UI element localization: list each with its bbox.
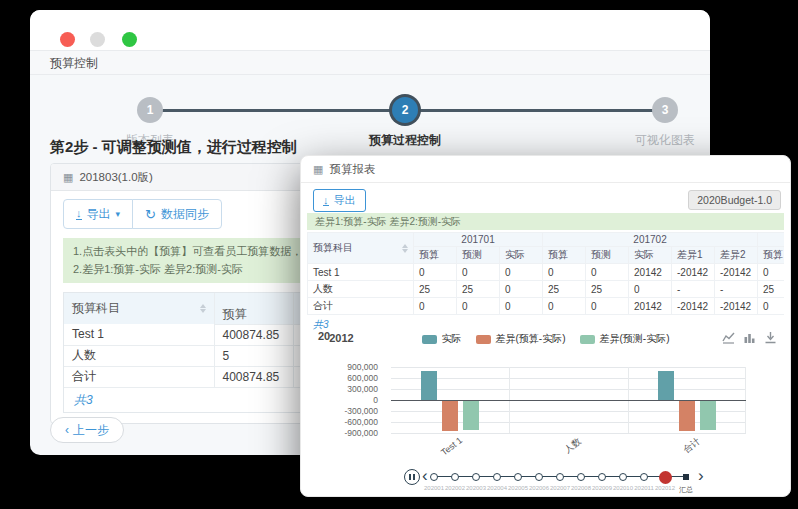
legend-item-actual[interactable]: 实际 [422,332,462,346]
column-header[interactable]: 预算 [414,247,457,264]
version-panel-title: 201803(1.0版) [79,171,153,183]
cell-value: 400874.85 [214,324,293,345]
timeline-point[interactable] [451,473,459,481]
column-header-subject[interactable]: 预算科目 [308,233,414,264]
cell-value: 0 [457,298,500,315]
download-icon: ↓ [323,195,329,206]
timeline-point[interactable] [514,473,522,481]
timeline-prev-icon[interactable]: ‹ [422,466,428,486]
column-header-subject[interactable]: 预算科目 [64,293,214,324]
column-header[interactable]: 预测 [457,247,500,264]
data-sync-button[interactable]: ↻ 数据同步 [132,199,222,229]
x-axis-line [391,400,746,401]
subject-header-label: 预算科目 [72,300,120,317]
cell-value: 25 [457,281,500,298]
diff-notice: 差异1:预算-实际 差异2:预测-实际 [307,213,784,230]
column-header[interactable]: 实际 [500,247,543,264]
bar-chart-icon[interactable] [743,331,756,344]
cell-value: - [715,281,758,298]
cell-subject: 人数 [64,345,214,366]
column-header[interactable]: 差异1 [672,247,715,264]
cell-value: 0 [500,281,543,298]
legend-item-diff-budget[interactable]: 差异(预算-实际) [476,332,566,346]
group-header-201701: 201701 [414,233,543,247]
zoom-button[interactable] [122,32,137,47]
timeline-point[interactable] [430,473,438,481]
chart-timeline: ‹ 20200120200220200320200420200520200620… [301,459,790,497]
group-header-empty [214,293,293,305]
timeline-point-current[interactable] [659,471,672,484]
chevron-left-icon: ‹ [65,423,69,437]
cell-value: 25 [414,281,457,298]
y-tick: 600,000 [301,373,378,383]
cell-value: 0 [414,298,457,315]
cell-value: 0 [500,298,543,315]
version-badge[interactable]: 2020Budget-1.0 [688,190,781,210]
report-header: ▦预算报表 [301,156,790,183]
gridline [391,367,746,368]
gridline [391,389,746,390]
step-2-label: 预算过程控制 [335,132,475,149]
timeline-point[interactable] [535,473,543,481]
timeline-point[interactable] [640,473,648,481]
gridline [391,433,746,434]
export-button-label: 导出 [87,206,111,223]
legend-label: 差异(预算-实际) [496,332,566,346]
previous-step-label: 上一步 [73,422,109,439]
cell-subject: Test 1 [64,324,214,345]
timeline-point[interactable] [598,473,606,481]
timeline-point[interactable] [577,473,585,481]
chart-bar [679,401,695,431]
sort-icon [402,244,408,253]
save-image-icon[interactable] [764,331,777,344]
cell-value: 400874.85 [214,366,293,387]
previous-step-button[interactable]: ‹ 上一步 [50,417,124,443]
cell-value: 0 [543,264,586,281]
timeline-points: 2020012020022020032020042020052020062020… [434,459,699,497]
timeline-point[interactable] [493,473,501,481]
column-header[interactable]: 预算 [543,247,586,264]
cell-subject: 合计 [308,298,414,315]
chart-bar [700,401,716,430]
column-header-budget[interactable]: 预算 [214,305,293,324]
step-3-circle[interactable]: 3 [652,97,678,123]
report-title: 预算报表 [329,163,375,175]
subject-header-label: 预算科目 [313,241,353,255]
cell-value: -20142 [715,298,758,315]
step-1-circle[interactable]: 1 [137,97,163,123]
line-chart-icon[interactable] [722,331,735,344]
timeline-point[interactable] [619,473,627,481]
y-tick: 0 [301,395,378,405]
column-header[interactable]: 实际 [629,247,672,264]
report-export-label: 导出 [334,193,356,208]
legend-item-diff-forecast[interactable]: 差异(预测-实际) [580,332,670,346]
timeline-point[interactable] [556,473,564,481]
timeline-point-summary[interactable] [683,474,689,480]
cell-value: 0 [758,298,784,315]
export-button[interactable]: ↓ 导出 ▾ [63,199,133,229]
cell-value: 25 [758,281,784,298]
column-header[interactable]: 预算 [758,247,784,264]
timeline-point[interactable] [472,473,480,481]
cell-value: -20142 [715,264,758,281]
y-tick: 300,000 [301,384,378,394]
timeline-next-icon[interactable]: › [698,466,704,486]
column-header[interactable]: 预测 [586,247,629,264]
step-3-label: 可视化图表 [595,132,710,149]
gridline [391,378,746,379]
chevron-down-icon: ▾ [116,209,121,219]
pause-button[interactable] [404,469,420,485]
report-export-button[interactable]: ↓ 导出 [313,189,366,212]
cell-value: 0 [543,298,586,315]
page-title: 预算控制 [30,50,710,75]
stepper: 1 2 3 版本列表 预算过程控制 可视化图表 [30,76,710,138]
chart-bar [463,401,479,430]
close-button[interactable] [60,32,75,47]
group-header-next [758,233,784,247]
step-2-circle[interactable]: 2 [392,97,418,123]
cell-value: 25 [543,281,586,298]
bar-chart: 202012 实际 差异(预算-实际) 差异(预测-实际) 900,000 60… [301,326,790,466]
minimize-button[interactable] [90,32,105,47]
y-axis-labels: 900,000 600,000 300,000 0 -300,000 -600,… [301,367,384,433]
column-header[interactable]: 差异2 [715,247,758,264]
